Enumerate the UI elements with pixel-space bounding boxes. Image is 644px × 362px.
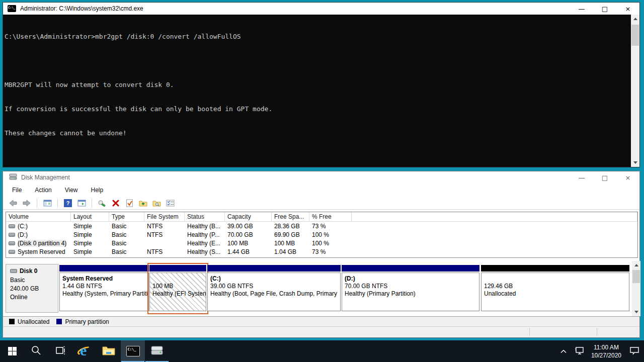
disk0-label-panel[interactable]: Disk 0 Basic 240.00 GB Online <box>6 264 58 313</box>
taskbar-clock[interactable]: 11:00 AM10/27/2020 <box>588 340 625 362</box>
diskview-scrollbar-thumb[interactable] <box>632 270 640 283</box>
partition-c[interactable]: (C:) 39.00 GB NTFS Healthy (Boot, Page F… <box>207 265 341 312</box>
partition-unallocated[interactable]: 129.46 GB Unallocated <box>481 265 629 312</box>
col-free-space[interactable]: Free Spa... <box>272 212 309 221</box>
menu-action[interactable]: Action <box>35 187 51 194</box>
partition-color-strip <box>481 265 629 272</box>
diskview-scrollbar[interactable] <box>632 261 640 316</box>
volume-icon <box>9 250 15 254</box>
internet-explorer-button[interactable]: e <box>72 340 97 362</box>
dm-window-title: Disk Management <box>21 174 70 181</box>
disk-drive-icon <box>150 344 164 358</box>
partition-color-strip <box>149 265 206 272</box>
col-type[interactable]: Type <box>109 212 144 221</box>
cmd-icon: C:\_ <box>126 346 140 356</box>
partition-color-strip <box>59 265 149 272</box>
menu-file[interactable]: File <box>12 187 22 194</box>
disk-graphical-view: Disk 0 Basic 240.00 GB Online System Res… <box>3 261 632 316</box>
col-file-system[interactable]: File System <box>144 212 185 221</box>
partition-color-strip <box>207 265 341 272</box>
scroll-up-icon[interactable] <box>631 15 639 23</box>
minimize-button[interactable]: — <box>570 171 593 184</box>
task-view-icon <box>55 345 66 357</box>
disk-management-window: Disk Management — □ × File Action View H… <box>3 171 640 338</box>
volume-icon <box>9 233 15 237</box>
cmd-window-title: Administrator: C:\Windows\system32\cmd.e… <box>20 5 143 12</box>
close-button[interactable]: × <box>616 171 639 184</box>
volume-name: (Disk 0 partition 4) <box>18 240 66 247</box>
volume-row-partition4[interactable]: (Disk 0 partition 4) SimpleBasicHealthy … <box>6 239 637 247</box>
action-center-button[interactable] <box>625 340 644 362</box>
back-icon[interactable] <box>8 198 18 208</box>
col-volume[interactable]: Volume <box>6 212 71 221</box>
start-button[interactable] <box>0 340 24 362</box>
legend-unallocated: Unallocated <box>9 318 49 325</box>
console-line: If conversion is successful the disk can… <box>5 105 629 113</box>
forward-icon[interactable] <box>22 198 32 208</box>
disk0-name: Disk 0 <box>20 267 37 275</box>
volume-row-d[interactable]: (D:) SimpleBasicNTFSHealthy (P...70.00 G… <box>6 230 637 239</box>
col-pct-free[interactable]: % Free <box>309 212 352 221</box>
console-line: These changes cannot be undone! <box>5 129 629 137</box>
legend-primary-partition: Primary partition <box>56 318 109 325</box>
console-prompt-line: C:\Users\Administrator>mbr2gpt /disk:0 /… <box>5 33 629 41</box>
volume-row-system-reserved[interactable]: System Reserved SimpleBasicNTFSHealthy (… <box>6 247 637 256</box>
menu-help[interactable]: Help <box>91 187 104 194</box>
volume-table-header: Volume Layout Type File System Status Ca… <box>6 212 637 222</box>
cmd-window: C:\_ Administrator: C:\Windows\system32\… <box>3 2 640 167</box>
clock-time: 11:00 AM <box>591 343 621 351</box>
notification-icon <box>629 346 639 357</box>
disk-management-taskbar-button[interactable] <box>145 340 169 362</box>
task-view-button[interactable] <box>48 340 72 362</box>
rescan-icon[interactable] <box>97 198 107 208</box>
search-icon <box>31 345 42 358</box>
folder-up-icon[interactable] <box>138 198 148 208</box>
primary-partition-swatch <box>56 319 62 324</box>
help-icon[interactable]: ? <box>63 198 73 208</box>
svg-text:?: ? <box>66 200 70 206</box>
delete-icon[interactable] <box>111 198 121 208</box>
cmd-scrollbar[interactable] <box>631 15 639 167</box>
clock-date: 10/27/2020 <box>591 351 621 359</box>
volume-row-c[interactable]: (C:) SimpleBasicNTFSHealthy (B...39.00 G… <box>6 222 637 230</box>
action-pane-icon[interactable] <box>76 198 87 208</box>
volume-icon <box>9 241 15 245</box>
col-status[interactable]: Status <box>185 212 225 221</box>
properties-icon[interactable] <box>165 198 175 208</box>
file-explorer-button[interactable] <box>97 340 121 362</box>
unallocated-swatch <box>9 319 15 324</box>
volume-name: System Reserved <box>18 248 65 255</box>
menu-view[interactable]: View <box>65 187 78 194</box>
disk0-size: 240.00 GB <box>10 285 58 293</box>
scroll-down-icon[interactable] <box>632 308 640 316</box>
volume-name: (C:) <box>18 223 28 230</box>
cmd-scrollbar-thumb[interactable] <box>631 25 639 46</box>
folder-search-icon[interactable] <box>151 198 162 208</box>
cmd-taskbar-button[interactable]: C:\_ <box>121 340 145 362</box>
legend-bar: Unallocated Primary partition <box>3 316 639 326</box>
col-capacity[interactable]: Capacity <box>225 212 272 221</box>
scroll-up-icon[interactable] <box>632 261 640 269</box>
dm-window-controls: — □ × <box>570 171 639 184</box>
partition-d[interactable]: (D:) 70.00 GB NTFS Healthy (Primary Part… <box>342 265 479 312</box>
disk0-type: Basic <box>10 277 58 284</box>
cmd-titlebar: C:\_ Administrator: C:\Windows\system32\… <box>3 3 639 15</box>
minimize-button[interactable]: — <box>570 3 593 15</box>
partition-efi-selected[interactable]: 100 MB Healthy (EFI Systen <box>149 265 206 312</box>
col-layout[interactable]: Layout <box>71 212 109 221</box>
console-tree-icon[interactable] <box>42 198 52 208</box>
maximize-button[interactable]: □ <box>593 171 616 184</box>
network-icon <box>574 346 584 357</box>
check-document-icon[interactable] <box>124 198 134 208</box>
network-button[interactable] <box>571 340 588 362</box>
cmd-console[interactable]: C:\Users\Administrator>mbr2gpt /disk:0 /… <box>3 15 639 167</box>
tray-chevron-button[interactable] <box>556 340 571 362</box>
maximize-button[interactable]: □ <box>593 3 616 15</box>
partition-system-reserved[interactable]: System Reserved 1.44 GB NTFS Healthy (Sy… <box>59 265 149 312</box>
close-button[interactable]: × <box>616 3 639 15</box>
internet-explorer-icon: e <box>77 344 92 359</box>
scroll-down-icon[interactable] <box>631 158 639 167</box>
search-button[interactable] <box>24 340 48 362</box>
dm-menubar: File Action View Help <box>3 184 639 197</box>
chevron-up-icon <box>560 347 567 356</box>
